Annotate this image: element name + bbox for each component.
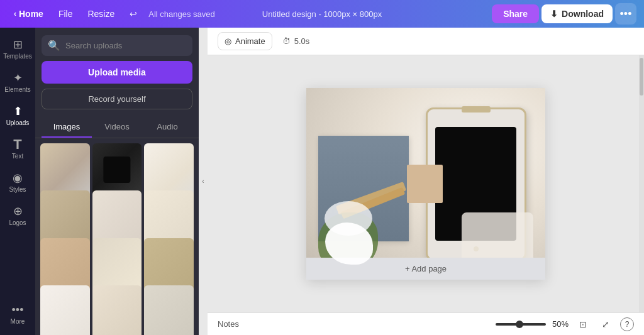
sidebar-item-more[interactable]: ••• More xyxy=(3,298,33,330)
save-status: All changes saved xyxy=(148,9,215,19)
sidebar-item-elements[interactable]: ✦ Elements xyxy=(3,66,33,98)
list-item[interactable] xyxy=(40,285,90,335)
canvas-area: ◎ Animate ⏱ 5.0s ⧉ xyxy=(208,28,644,335)
record-yourself-button[interactable]: Record yourself xyxy=(42,89,192,109)
share-button[interactable]: Share xyxy=(492,4,539,23)
icon-sidebar: ⊞ Templates ✦ Elements ⬆ Uploads T Text … xyxy=(0,28,35,335)
file-menu-button[interactable]: File xyxy=(52,6,79,21)
sidebar-item-styles[interactable]: ◉ Styles xyxy=(3,166,33,198)
zoom-slider[interactable] xyxy=(496,323,546,326)
bottom-bar: Notes 50% ⊡ ⤢ ? xyxy=(208,312,644,335)
home-button[interactable]: ‹ Home xyxy=(8,6,50,21)
help-button[interactable]: ? xyxy=(620,317,634,331)
image-grid xyxy=(35,138,199,335)
text-icon: T xyxy=(11,138,25,151)
panel-collapse-handle[interactable]: ‹ xyxy=(199,28,208,335)
tab-videos[interactable]: Videos xyxy=(92,117,142,138)
undo-button[interactable]: ↩ xyxy=(123,6,143,21)
undo-icon: ↩ xyxy=(130,9,137,19)
uploads-icon: ⬆ xyxy=(11,104,25,118)
help-icon: ? xyxy=(625,320,630,329)
zoom-thumb xyxy=(516,321,523,328)
search-input[interactable] xyxy=(65,41,186,50)
logos-icon: ⊕ xyxy=(11,204,25,218)
upload-media-button[interactable]: Upload media xyxy=(42,61,192,84)
zoom-controls: 50% ⊡ ⤢ ? xyxy=(496,316,634,332)
main-area: ⊞ Templates ✦ Elements ⬆ Uploads T Text … xyxy=(0,28,644,335)
list-item[interactable] xyxy=(144,285,194,335)
scrollbar[interactable] xyxy=(639,55,644,312)
more-icon: ••• xyxy=(11,303,25,317)
tab-images[interactable]: Images xyxy=(42,117,92,138)
fit-page-button[interactable]: ⊡ xyxy=(575,316,591,332)
tab-audio[interactable]: Audio xyxy=(142,117,192,138)
uploads-panel: 🔍 Upload media Record yourself Images Vi… xyxy=(35,28,199,335)
templates-icon: ⊞ xyxy=(11,38,25,52)
collapse-icon: ‹ xyxy=(202,178,204,185)
notes-label: Notes xyxy=(218,319,239,329)
sidebar-item-text[interactable]: T Text xyxy=(3,133,33,165)
media-tabs: Images Videos Audio xyxy=(35,117,199,138)
sidebar-item-templates[interactable]: ⊞ Templates xyxy=(3,33,33,65)
sidebar-item-uploads[interactable]: ⬆ Uploads xyxy=(3,99,33,131)
clock-icon: ⏱ xyxy=(282,36,291,46)
fullscreen-button[interactable]: ⤢ xyxy=(597,316,614,332)
download-icon: ⬇ xyxy=(550,9,558,19)
animate-button[interactable]: ◎ Animate xyxy=(218,32,272,50)
duration-indicator: ⏱ 5.0s xyxy=(282,36,310,46)
resize-button[interactable]: Resize xyxy=(81,6,121,21)
canvas-viewport[interactable]: ⧉ ⤢ xyxy=(208,55,644,312)
search-box: 🔍 xyxy=(42,35,192,56)
zoom-level: 50% xyxy=(552,319,569,329)
canvas-frame: ⧉ ⤢ xyxy=(306,88,545,280)
back-chevron-icon: ‹ xyxy=(14,9,16,18)
fit-page-icon: ⊡ xyxy=(579,319,587,329)
design-title: Untitled design - 1000px × 800px xyxy=(262,9,382,19)
canvas-toolbar: ◎ Animate ⏱ 5.0s xyxy=(208,28,644,55)
animate-icon: ◎ xyxy=(225,36,231,46)
canvas-image xyxy=(306,88,545,280)
top-nav: ‹ Home File Resize ↩ All changes saved U… xyxy=(0,0,644,28)
elements-icon: ✦ xyxy=(11,71,25,85)
scrollbar-thumb xyxy=(640,58,643,96)
fullscreen-icon: ⤢ xyxy=(602,319,609,329)
more-options-button[interactable]: ••• xyxy=(615,3,636,25)
uploads-header: 🔍 Upload media Record yourself xyxy=(35,28,199,114)
search-icon: 🔍 xyxy=(48,40,60,52)
list-item[interactable] xyxy=(92,285,142,335)
download-button[interactable]: ⬇ Download xyxy=(541,4,613,23)
sidebar-item-logos[interactable]: ⊕ Logos xyxy=(3,199,33,231)
styles-icon: ◉ xyxy=(11,171,25,185)
